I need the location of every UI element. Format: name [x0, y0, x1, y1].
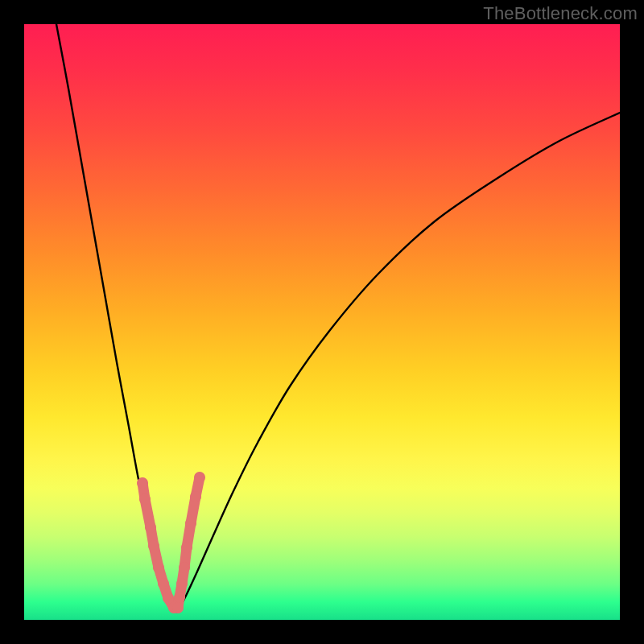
marker-dot: [148, 540, 159, 551]
marker-dot: [137, 477, 148, 489]
marker-dot: [163, 592, 174, 604]
chart-overlay: [24, 24, 620, 620]
marker-dots-left: [137, 477, 180, 613]
chart-frame: [24, 24, 620, 620]
marker-dot: [145, 522, 156, 533]
marker-dot: [194, 472, 205, 483]
curve-right: [177, 113, 620, 612]
marker-dot: [190, 491, 201, 502]
watermark-text: TheBottleneck.com: [483, 3, 638, 24]
marker-dot: [139, 493, 151, 505]
marker-dot: [179, 562, 190, 573]
marker-dot: [172, 602, 184, 613]
marker-dot: [174, 592, 185, 603]
marker-dot: [176, 578, 188, 589]
marker-dot: [153, 562, 164, 573]
marker-dot: [181, 542, 192, 553]
marker-dot: [185, 518, 196, 529]
marker-dot: [158, 578, 169, 589]
curve-left: [56, 24, 177, 612]
